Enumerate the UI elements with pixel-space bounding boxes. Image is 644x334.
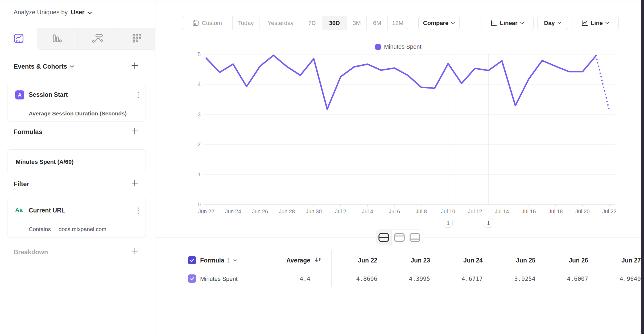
kebab-menu-icon[interactable] bbox=[138, 207, 139, 214]
analyze-uniques-value-dropdown[interactable]: User bbox=[71, 9, 84, 16]
average-column-header[interactable]: Average bbox=[257, 257, 310, 264]
y-axis-tick-label: 4 bbox=[198, 81, 201, 87]
annotation-marker-jul-13[interactable]: 1 bbox=[484, 219, 493, 228]
tab-divider bbox=[77, 28, 77, 50]
formula-expression[interactable]: Minutes Spent (A/60) bbox=[16, 150, 74, 174]
date-range-6m[interactable]: 6M bbox=[367, 16, 388, 30]
chevron-down-icon bbox=[558, 22, 561, 24]
right-edge-panel-bar[interactable] bbox=[641, 0, 644, 334]
date-range-today[interactable]: Today bbox=[233, 16, 260, 30]
layout-toggle-group bbox=[376, 229, 423, 245]
date-column-header[interactable]: Jun 26 bbox=[535, 257, 588, 264]
add-filter-button[interactable] bbox=[131, 179, 138, 187]
y-axis-tick-label: 3 bbox=[198, 111, 201, 117]
date-column-header[interactable]: Jun 24 bbox=[430, 257, 483, 264]
analyze-uniques-label: Analyze Uniques by bbox=[14, 9, 68, 16]
breakdown-title: Breakdown bbox=[14, 248, 48, 256]
date-range-custom[interactable]: Custom bbox=[182, 16, 233, 30]
x-axis-tick-label: Jul 20 bbox=[575, 208, 589, 214]
compare-label: Compare bbox=[423, 20, 448, 27]
x-axis-tick-label: Jun 30 bbox=[306, 208, 322, 214]
chevron-down-icon bbox=[605, 22, 609, 24]
events-cohorts-title: Events & Cohorts bbox=[14, 63, 67, 70]
toggle-chart-top-view[interactable] bbox=[392, 230, 407, 245]
annotation-marker-jul-10[interactable]: 1 bbox=[444, 219, 453, 228]
add-formula-button[interactable] bbox=[131, 127, 138, 135]
series-line-minutes-spent[interactable] bbox=[206, 55, 596, 109]
events-cohorts-header[interactable]: Events & Cohorts bbox=[14, 63, 74, 70]
chevron-down-icon bbox=[70, 65, 74, 68]
filter-value[interactable]: docs.mixpanel.com bbox=[59, 226, 106, 232]
sort-descending-icon[interactable] bbox=[315, 257, 322, 264]
scale-label: Linear bbox=[500, 20, 517, 27]
table-cell-value: 4.8696 bbox=[325, 275, 377, 282]
date-range-yesterday[interactable]: Yesterday bbox=[259, 16, 302, 30]
table-cell-value: 4.3995 bbox=[377, 275, 430, 282]
add-breakdown-button[interactable] bbox=[131, 247, 138, 255]
x-axis-tick-label: Jul 18 bbox=[548, 208, 563, 214]
line-chart[interactable]: 543210Jun 22Jun 24Jun 26Jun 28Jun 30Jul … bbox=[155, 40, 641, 231]
event-card-session-start[interactable]: A Session Start Average Session Duration… bbox=[7, 83, 146, 122]
chevron-down-icon bbox=[451, 22, 455, 24]
string-property-icon: Aa bbox=[15, 207, 23, 214]
date-column-header[interactable]: Jun 25 bbox=[483, 257, 535, 264]
add-event-button[interactable] bbox=[131, 62, 138, 69]
date-range-label: 7D bbox=[308, 20, 316, 27]
top-divider bbox=[0, 2, 644, 2]
formulas-title: Formulas bbox=[14, 128, 42, 136]
tab-flows[interactable] bbox=[79, 28, 116, 50]
analyze-uniques-row: Analyze Uniques by User bbox=[14, 9, 92, 16]
event-title: Session Start bbox=[29, 91, 68, 98]
series-line-incomplete-segment bbox=[596, 56, 610, 111]
check-icon bbox=[189, 276, 195, 282]
date-column-header[interactable]: Jun 27 bbox=[588, 257, 641, 264]
filter-title: Filter bbox=[14, 180, 29, 188]
plus-icon bbox=[131, 62, 138, 69]
formula-card[interactable]: Minutes Spent (A/60) bbox=[7, 149, 146, 174]
event-aggregation[interactable]: Average Session Duration (Seconds) bbox=[29, 110, 127, 117]
date-range-label: 12M bbox=[392, 20, 403, 27]
toggle-table-bottom-view[interactable] bbox=[407, 230, 423, 245]
filter-operator[interactable]: Contains bbox=[29, 226, 51, 232]
filter-header: Filter bbox=[14, 180, 29, 188]
compare-button[interactable]: Compare bbox=[418, 16, 460, 30]
table-cell-value: 3.9254 bbox=[483, 275, 535, 282]
date-range-12m[interactable]: 12M bbox=[388, 16, 408, 30]
y-axis-tick-label: 1 bbox=[198, 172, 201, 177]
formulas-header: Formulas bbox=[14, 128, 42, 136]
scale-button[interactable]: Linear bbox=[481, 16, 534, 30]
tab-bar-chart[interactable] bbox=[39, 28, 76, 50]
chevron-down-icon bbox=[520, 22, 524, 24]
formula-column-header[interactable]: Formula 1 bbox=[200, 257, 237, 264]
filter-card-current-url[interactable]: Aa Current URL Contains docs.mixpanel.co… bbox=[7, 199, 146, 237]
y-axis-tick-label: 2 bbox=[198, 141, 201, 147]
select-all-checkbox[interactable] bbox=[188, 256, 196, 264]
insights-report-page: Analyze Uniques by User bbox=[0, 0, 644, 334]
x-axis-tick-label: Jul 10 bbox=[441, 208, 455, 214]
granularity-button[interactable]: Day bbox=[537, 16, 568, 30]
table-header-separator bbox=[183, 272, 641, 272]
x-axis-tick-label: Jul 6 bbox=[389, 208, 400, 214]
chevron-down-icon[interactable] bbox=[88, 9, 92, 16]
chart-type-button[interactable]: Line bbox=[572, 16, 619, 30]
row-checkbox-minutes-spent[interactable] bbox=[188, 274, 196, 283]
toggle-split-view[interactable] bbox=[376, 230, 392, 245]
tab-insights[interactable] bbox=[0, 28, 37, 50]
retention-grid-icon bbox=[132, 34, 142, 44]
table-row-values: 4.86964.39954.67173.92544.60074.9640 bbox=[325, 275, 641, 282]
date-range-3m[interactable]: 3M bbox=[347, 16, 367, 30]
y-axis-tick-label: 0 bbox=[198, 202, 201, 207]
table-cell-value: 4.6717 bbox=[430, 275, 483, 282]
breakdown-header: Breakdown bbox=[14, 248, 48, 256]
calendar-icon bbox=[192, 20, 199, 26]
line-chart-icon bbox=[581, 20, 588, 27]
date-range-30d[interactable]: 30D bbox=[322, 16, 347, 30]
tab-retention[interactable] bbox=[118, 28, 155, 50]
chart-type-label: Line bbox=[591, 20, 603, 27]
kebab-menu-icon[interactable] bbox=[138, 92, 139, 98]
split-view-icon bbox=[378, 233, 389, 242]
date-column-header[interactable]: Jun 22 bbox=[325, 257, 377, 264]
table-cell-value: 4.9640 bbox=[588, 275, 641, 282]
date-range-7d[interactable]: 7D bbox=[302, 16, 322, 30]
date-column-header[interactable]: Jun 23 bbox=[377, 257, 430, 264]
